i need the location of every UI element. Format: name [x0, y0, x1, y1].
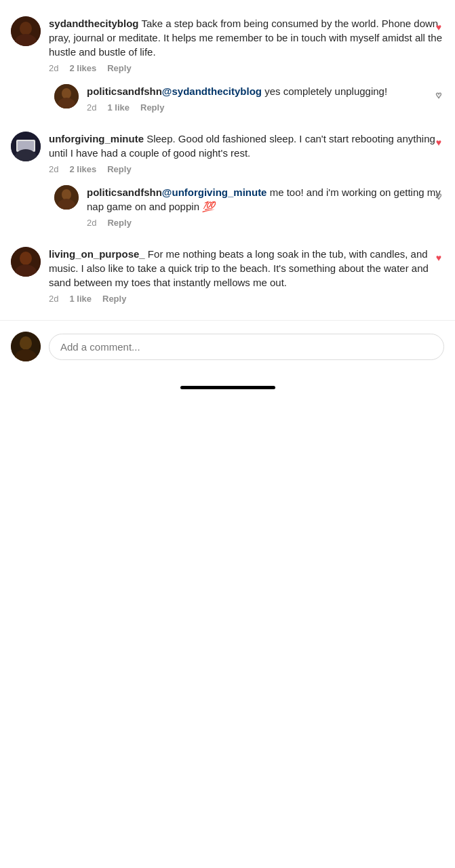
comment-meta: 2d 2 likes Reply: [49, 63, 444, 73]
comment-time: 2d: [87, 218, 96, 228]
svg-point-11: [62, 189, 71, 200]
reply-button[interactable]: Reply: [107, 164, 131, 174]
comment-item: politicsandfshn@unforgiving_minute me to…: [0, 180, 455, 233]
reply-button[interactable]: Reply: [102, 294, 126, 304]
comment-item: living_on_purpose_ For me nothing beats …: [0, 241, 455, 309]
heart-icon: ♥: [436, 22, 441, 33]
avatar: [11, 16, 41, 46]
like-button[interactable]: ♥: [433, 134, 444, 151]
comment-username: sydandthecityblog: [49, 18, 139, 29]
svg-point-4: [62, 88, 71, 99]
comment-username: politicsandfshn: [87, 186, 162, 198]
comment-time: 2d: [49, 164, 58, 174]
like-button[interactable]: ♥: [433, 87, 444, 103]
comment-likes: 2 likes: [69, 164, 96, 174]
like-button[interactable]: ♥: [433, 250, 444, 266]
avatar: [11, 132, 41, 161]
like-button[interactable]: ♥: [433, 19, 444, 35]
avatar: [11, 247, 41, 277]
heart-icon: ♥: [436, 252, 441, 263]
comment-likes: 1 like: [69, 294, 92, 304]
comment-time: 2d: [49, 294, 58, 304]
comment-content: living_on_purpose_ For me nothing beats …: [49, 247, 444, 304]
comment-content: unforgiving_minute Sleep. Good old fashi…: [49, 132, 444, 174]
comment-input[interactable]: [49, 334, 444, 360]
avatar: [54, 185, 79, 210]
comment-emoji: 💯: [202, 201, 215, 212]
comment-username: politicsandfshn: [87, 85, 162, 97]
comment-input-area: [0, 320, 455, 372]
comment-item: politicsandfshn@sydandthecityblog yes co…: [0, 79, 455, 118]
comment-text: politicsandfshn@sydandthecityblog yes co…: [87, 84, 444, 98]
comment-meta: 2d 1 like Reply: [49, 294, 444, 304]
comment-likes: 2 likes: [69, 63, 96, 73]
comment-likes: 1 like: [107, 102, 130, 113]
reply-button[interactable]: Reply: [140, 102, 164, 113]
comment-mention: @sydandthecityblog: [162, 85, 262, 97]
home-indicator: [180, 386, 275, 389]
comment-username: living_on_purpose_: [49, 248, 145, 260]
svg-point-17: [20, 336, 32, 350]
comment-item: unforgiving_minute Sleep. Good old fashi…: [0, 126, 455, 180]
comment-text: living_on_purpose_ For me nothing beats …: [49, 247, 444, 290]
comment-meta: 2d 1 like Reply: [87, 102, 444, 113]
comments-container: sydandthecityblog Take a step back from …: [0, 0, 455, 389]
comment-content: sydandthecityblog Take a step back from …: [49, 16, 444, 73]
comment-text: sydandthecityblog Take a step back from …: [49, 16, 444, 59]
comment-text: politicsandfshn@unforgiving_minute me to…: [87, 185, 444, 214]
heart-icon: ♥: [436, 90, 441, 100]
comment-meta: 2d Reply: [87, 218, 444, 228]
heart-icon: ♥: [436, 137, 441, 148]
svg-point-1: [20, 22, 32, 35]
svg-rect-8: [18, 141, 34, 151]
comment-username: unforgiving_minute: [49, 133, 144, 144]
heart-icon: ♥: [436, 191, 441, 201]
like-button[interactable]: ♥: [433, 188, 444, 204]
svg-point-14: [20, 252, 32, 265]
comment-body: yes completely unplugging!: [262, 85, 387, 97]
comment-mention: @unforgiving_minute: [162, 186, 267, 198]
comment-content: politicsandfshn@sydandthecityblog yes co…: [87, 84, 444, 113]
divider: [0, 233, 455, 241]
comment-time: 2d: [87, 102, 96, 113]
divider: [0, 118, 455, 126]
avatar: [54, 84, 79, 108]
reply-button[interactable]: Reply: [107, 63, 131, 73]
comment-content: politicsandfshn@unforgiving_minute me to…: [87, 185, 444, 228]
comment-item: sydandthecityblog Take a step back from …: [0, 11, 455, 79]
current-user-avatar: [11, 332, 41, 361]
comment-time: 2d: [49, 63, 58, 73]
reply-button[interactable]: Reply: [107, 218, 131, 228]
comment-meta: 2d 2 likes Reply: [49, 164, 444, 174]
comment-text: unforgiving_minute Sleep. Good old fashi…: [49, 132, 444, 160]
